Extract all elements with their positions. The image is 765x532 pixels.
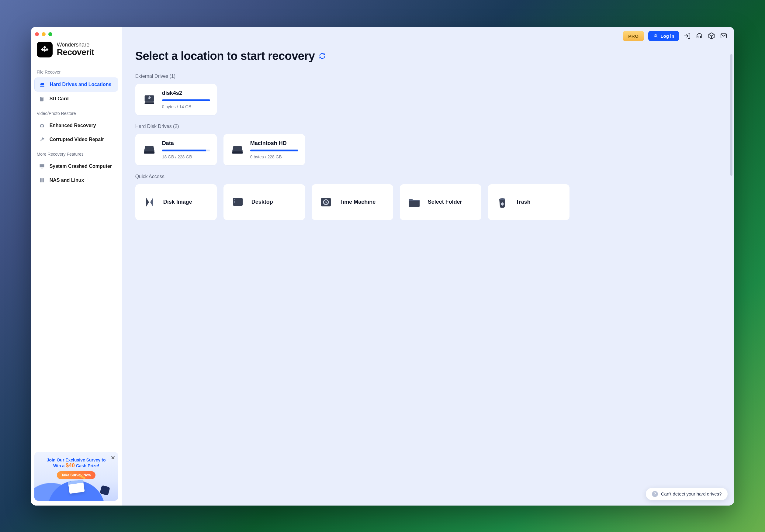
- usage-bar: [250, 150, 298, 151]
- sidebar-item-hard-drives-and-locations[interactable]: Hard Drives and Locations: [34, 78, 118, 92]
- svg-rect-6: [233, 198, 243, 206]
- svg-rect-5: [232, 151, 243, 154]
- section-quick-label: Quick Access: [135, 174, 721, 179]
- drive-name: disk4s2: [162, 90, 210, 96]
- mail-icon[interactable]: [720, 32, 728, 40]
- quick-access-label: Time Machine: [340, 199, 376, 205]
- sidebar-item-label: Enhanced Recovery: [50, 123, 96, 128]
- sidebar-item-label: Hard Drives and Locations: [50, 82, 112, 87]
- quick-access-desktop[interactable]: Desktop: [224, 184, 305, 220]
- cube-icon[interactable]: [708, 32, 715, 40]
- svg-point-9: [234, 202, 235, 203]
- page-title: Select a location to start recovery: [135, 50, 315, 63]
- drive-name: Macintosh HD: [250, 140, 298, 147]
- section-external-label: External Drives (1): [135, 74, 721, 79]
- server-icon: [39, 177, 45, 184]
- promo-note-icon: [68, 479, 85, 494]
- diskimage-icon: [142, 195, 157, 210]
- sidebar-item-sd-card[interactable]: SD Card: [34, 92, 118, 106]
- svg-rect-3: [144, 103, 154, 104]
- nav-section-title: More Recovery Features: [31, 147, 122, 159]
- support-icon[interactable]: [695, 32, 703, 40]
- sidebar-item-enhanced-recovery[interactable]: Enhanced Recovery: [34, 119, 118, 132]
- usage-bar: [162, 150, 210, 151]
- nav-section-title: Video/Photo Restore: [31, 106, 122, 118]
- sidebar-item-corrupted-video-repair[interactable]: Corrupted Video Repair: [34, 133, 118, 146]
- sidebar-item-label: Corrupted Video Repair: [50, 137, 104, 142]
- svg-point-7: [234, 199, 235, 200]
- promo-line2: Win a $40 Cash Prize!: [38, 462, 115, 469]
- drive-icon: [230, 142, 245, 157]
- quick-access-trash[interactable]: Trash: [488, 184, 569, 220]
- drive-icon: [142, 92, 157, 107]
- sidebar-item-label: SD Card: [50, 96, 69, 102]
- section-hdd-label: Hard Disk Drives (2): [135, 124, 721, 129]
- quick-access-label: Desktop: [252, 199, 273, 205]
- sidebar-item-label: NAS and Linux: [50, 178, 84, 183]
- sidebar-item-nas-and-linux[interactable]: NAS and Linux: [34, 174, 118, 187]
- quick-access-disk-image[interactable]: Disk Image: [135, 184, 217, 220]
- wrench-icon: [39, 136, 45, 143]
- scrollbar[interactable]: [730, 54, 732, 176]
- login-button[interactable]: Log in: [648, 31, 679, 41]
- content: Select a location to start recovery Exte…: [122, 41, 735, 265]
- folder-icon: [406, 195, 422, 210]
- quick-access-time-machine[interactable]: Time Machine: [312, 184, 393, 220]
- drive-usage: 18 GB / 228 GB: [162, 155, 210, 159]
- svg-point-12: [499, 198, 505, 200]
- drive-card-macintosh-hd[interactable]: Macintosh HD0 bytes / 228 GB: [224, 134, 305, 165]
- help-text: Can't detect your hard drives?: [661, 491, 722, 496]
- quick-access-label: Select Folder: [428, 199, 462, 205]
- brand-bottom: Recoverit: [57, 48, 94, 57]
- svg-rect-4: [144, 151, 155, 154]
- svg-point-0: [655, 34, 656, 36]
- quick-access-label: Trash: [516, 199, 530, 205]
- drive-name: Data: [162, 140, 210, 147]
- sidebar-item-system-crashed-computer[interactable]: System Crashed Computer: [34, 160, 118, 173]
- sdcard-icon: [39, 96, 45, 102]
- login-label: Log in: [660, 33, 674, 39]
- svg-point-8: [234, 201, 235, 202]
- sidebar-item-label: System Crashed Computer: [50, 164, 112, 169]
- brand: Wondershare Recoverit: [31, 40, 122, 65]
- topbar: PRO Log in: [122, 27, 735, 41]
- refresh-button[interactable]: [319, 53, 326, 59]
- help-pill[interactable]: ? Can't detect your hard drives?: [646, 488, 728, 500]
- monitor-icon: [39, 163, 45, 170]
- brand-logo-icon: [37, 42, 53, 57]
- maximize-window-button[interactable]: [48, 32, 52, 36]
- drive-usage: 0 bytes / 228 GB: [250, 155, 298, 159]
- window-controls: [31, 30, 122, 40]
- user-icon: [653, 33, 658, 38]
- promo-close-button[interactable]: ✕: [111, 454, 115, 461]
- quick-access-label: Disk Image: [163, 199, 192, 205]
- promo-cta-button[interactable]: Take Survey Now: [57, 471, 95, 479]
- drive-card-data[interactable]: Data18 GB / 228 GB: [135, 134, 217, 165]
- close-window-button[interactable]: [35, 32, 39, 36]
- quick-access-select-folder[interactable]: Select Folder: [400, 184, 481, 220]
- sidebar: Wondershare Recoverit File RecoverHard D…: [31, 27, 122, 506]
- usage-bar: [162, 99, 210, 101]
- drive-usage: 0 bytes / 14 GB: [162, 104, 210, 109]
- trash-icon: [495, 195, 510, 210]
- brand-top: Wondershare: [57, 42, 94, 48]
- drive-icon: [142, 142, 157, 157]
- pro-badge[interactable]: PRO: [623, 31, 644, 41]
- help-icon: ?: [652, 491, 658, 497]
- promo-line1: Join Our Exclusive Survey to: [38, 457, 115, 462]
- camera-icon: [39, 122, 45, 129]
- import-icon[interactable]: [683, 32, 691, 40]
- desktop-icon: [230, 195, 245, 210]
- drive-card-disk4s2[interactable]: disk4s20 bytes / 14 GB: [135, 84, 217, 115]
- promo-banner: ✕ Join Our Exclusive Survey to Win a $40…: [34, 452, 118, 501]
- minimize-window-button[interactable]: [42, 32, 46, 36]
- main-pane: PRO Log in Select a location to start re…: [122, 27, 735, 506]
- drive-icon: [39, 81, 46, 88]
- app-window: Wondershare Recoverit File RecoverHard D…: [31, 27, 735, 506]
- timemachine-icon: [318, 195, 334, 210]
- nav-section-title: File Recover: [31, 65, 122, 77]
